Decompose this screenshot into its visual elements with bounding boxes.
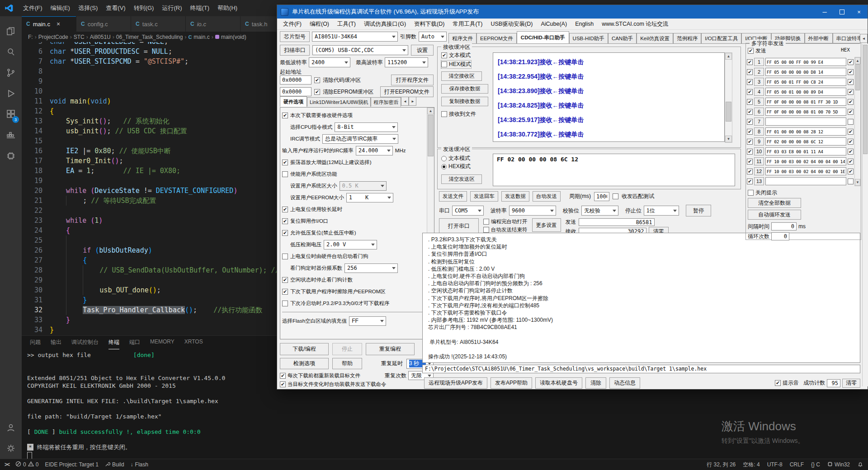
source-control-icon[interactable] <box>0 62 22 83</box>
stc-tab[interactable]: CDC/HID-串口助手 <box>517 31 569 43</box>
clear-eeprom-checkbox[interactable] <box>314 89 320 95</box>
menu-item[interactable]: 帮助(H) <box>213 2 241 14</box>
tab-scroll-left-icon[interactable]: ◄ <box>860 34 868 43</box>
indentation-status[interactable]: 空格: 4 <box>743 461 760 469</box>
panel-tab[interactable]: XRTOS <box>184 338 203 349</box>
stc-tab[interactable]: 外部中断 <box>805 33 833 43</box>
clear-send-button[interactable]: 清空发送区 <box>441 174 482 184</box>
match-test-checkbox[interactable] <box>613 193 618 199</box>
explorer-icon[interactable] <box>0 21 22 42</box>
problems-status[interactable]: 0 0 <box>15 461 38 468</box>
menu-item[interactable]: 编程(O) <box>306 20 333 28</box>
period-input[interactable] <box>594 192 609 201</box>
hex-string-input[interactable] <box>765 78 846 86</box>
tab-scroll-spinner[interactable]: ◄ <box>860 34 868 43</box>
option-dropdown[interactable]: 总是动态调节IRC频率 <box>322 134 398 144</box>
baud-select[interactable]: 9600 <box>509 206 556 216</box>
option-tab[interactable]: Link1D/Writer1A/U8W脱机 <box>307 97 371 107</box>
repeat-program-button[interactable]: 重复编程 <box>366 343 415 355</box>
clear-all-data-button[interactable]: 清空全部数据 <box>748 198 801 208</box>
breadcrumb-item[interactable]: F: <box>28 34 33 40</box>
panel-tab[interactable]: MEMORY <box>150 338 175 349</box>
menu-item[interactable]: 工具(T) <box>333 20 360 28</box>
close-button[interactable]: × <box>850 5 868 19</box>
publish-help-button[interactable]: 发布APP帮助 <box>491 377 532 389</box>
option-dropdown[interactable]: 2.00 V <box>324 240 377 249</box>
hex-string-input[interactable] <box>765 127 846 136</box>
search-icon[interactable] <box>0 42 22 62</box>
hex-string-input[interactable] <box>765 58 846 66</box>
multi-send-checkbox[interactable] <box>748 48 754 54</box>
multi-scrollbar[interactable]: ▲ ▼ <box>854 57 861 186</box>
stc-tab[interactable]: CAN助手 <box>608 33 637 43</box>
chip-model-button[interactable]: 芯片型号 <box>280 31 310 42</box>
docker-icon[interactable] <box>0 125 22 146</box>
menu-item[interactable]: 转到(G) <box>130 2 158 14</box>
recv-hex-mode-checkbox[interactable] <box>441 61 447 67</box>
option-checkbox[interactable] <box>282 218 288 224</box>
clear-success-button[interactable]: 清零 <box>842 379 860 388</box>
row-send-checkbox[interactable] <box>747 169 753 174</box>
chip-model-select[interactable]: AI8051U-34K64 <box>312 32 398 42</box>
copy-receive-button[interactable]: 复制接收数据 <box>441 97 488 106</box>
menu-item[interactable]: 终端(T) <box>186 2 213 14</box>
eol-status[interactable]: CRLF <box>790 461 804 468</box>
max-baud-select[interactable]: 115200 <box>385 57 428 67</box>
port-select[interactable]: (COM5) USB-CDC,CDC <box>312 45 408 55</box>
auto-open-checkbox[interactable] <box>483 219 489 225</box>
min-baud-select[interactable]: 2400 <box>309 57 350 67</box>
pin-count-select[interactable]: Auto <box>419 32 447 42</box>
row-number-button[interactable]: 2 <box>754 68 764 76</box>
hex-string-input[interactable] <box>765 147 846 155</box>
language-status[interactable]: {} C <box>811 461 820 468</box>
breadcrumb-item[interactable]: 06_Timer_Task_Scheduling <box>116 34 183 40</box>
row-send-checkbox[interactable] <box>747 99 753 105</box>
breadcrumb-item[interactable]: Ai8051U <box>90 34 111 40</box>
hex-string-input[interactable] <box>765 137 846 146</box>
option-dropdown[interactable]: FF <box>349 316 386 326</box>
extensions-icon[interactable]: 3 <box>0 104 22 125</box>
row-hex-checkbox[interactable] <box>848 129 854 135</box>
save-receive-button[interactable]: 保存接收数据 <box>441 84 488 94</box>
cursor-position[interactable]: 行 32, 列 26 <box>707 461 736 469</box>
close-tab-icon[interactable]: × <box>57 20 60 28</box>
stc-tab[interactable]: 程序文件 <box>448 33 476 43</box>
menu-item[interactable]: 运行(R) <box>158 2 186 14</box>
row-hex-checkbox[interactable] <box>848 159 854 164</box>
row-hex-checkbox[interactable] <box>848 139 854 145</box>
row-send-checkbox[interactable] <box>747 139 753 145</box>
editor-tab[interactable]: Cmain.c× <box>22 16 76 32</box>
hex-file-path[interactable]: F:\ProjectCode\STC\Ai8051U\06_Timer_Task… <box>422 365 860 373</box>
scrollbar-thumb[interactable] <box>855 64 860 90</box>
notifications-bell-icon[interactable] <box>857 461 863 468</box>
option-checkbox[interactable] <box>282 289 288 295</box>
close-tip-checkbox[interactable] <box>748 190 754 196</box>
row-send-checkbox[interactable] <box>747 89 753 95</box>
scrollbar-thumb[interactable] <box>863 45 868 154</box>
breadcrumb-item[interactable]: main(void) <box>215 34 246 40</box>
more-settings-button[interactable]: 更多设置 <box>532 218 561 232</box>
scroll-down-icon[interactable]: ▼ <box>725 136 732 142</box>
menu-item[interactable]: English <box>571 21 598 27</box>
hex-string-input[interactable] <box>765 88 846 96</box>
row-hex-checkbox[interactable] <box>848 59 854 65</box>
row-hex-checkbox[interactable] <box>848 99 854 105</box>
open-serial-button[interactable]: 打开串口 <box>439 218 479 234</box>
platform-status[interactable]: Win32 <box>827 461 850 468</box>
dynamic-info-button[interactable]: 动态信息 <box>609 377 640 389</box>
option-dropdown[interactable]: 24.000 <box>356 146 393 155</box>
panel-tab[interactable]: 终端 <box>108 338 119 349</box>
stop-bits-select[interactable]: 1位 <box>644 206 679 216</box>
stop-button[interactable]: 停止 <box>332 343 362 355</box>
loop-count-input[interactable] <box>771 232 789 240</box>
editor-tab[interactable]: Cio.c <box>186 16 241 32</box>
remote-indicator[interactable]: >< <box>5 461 9 468</box>
help-button[interactable]: 帮助 <box>332 358 362 369</box>
row-send-checkbox[interactable] <box>747 109 753 115</box>
stc-tab[interactable]: 范例程序 <box>673 33 701 43</box>
option-dropdown[interactable]: 0.5 K <box>340 181 387 191</box>
row-number-button[interactable]: 10 <box>754 147 764 155</box>
row-number-button[interactable]: 5 <box>754 98 764 106</box>
option-checkbox[interactable] <box>282 160 288 165</box>
code-start-address-input[interactable] <box>280 75 311 85</box>
